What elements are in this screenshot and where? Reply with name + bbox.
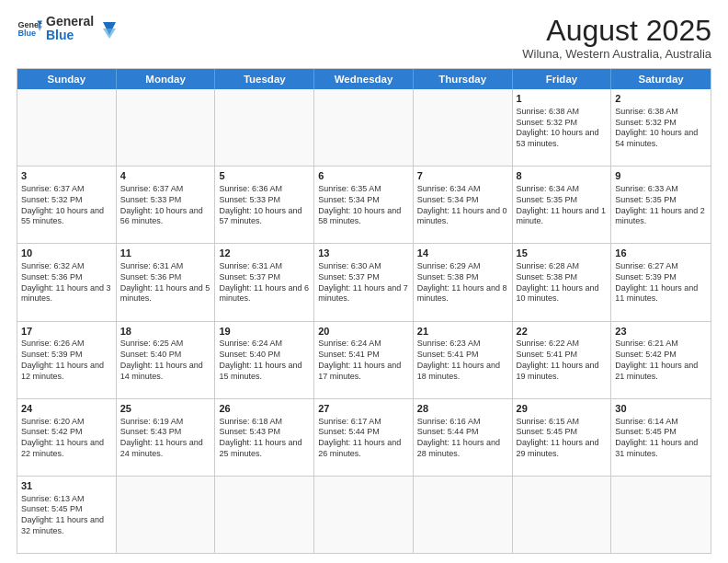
day-info: Sunrise: 6:35 AM Sunset: 5:34 PM Dayligh… [318, 184, 409, 227]
calendar-cell: 27Sunrise: 6:17 AM Sunset: 5:44 PM Dayli… [314, 399, 414, 476]
day-info: Sunrise: 6:31 AM Sunset: 5:37 PM Dayligh… [219, 261, 310, 304]
calendar-cell [611, 477, 711, 553]
day-number: 19 [219, 325, 310, 339]
day-number: 12 [219, 247, 310, 260]
day-number: 18 [120, 325, 211, 339]
logo-blue: Blue [46, 29, 94, 42]
calendar-cell: 8Sunrise: 6:34 AM Sunset: 5:35 PM Daylig… [513, 167, 612, 243]
calendar-cell [314, 89, 414, 166]
calendar-cell: 19Sunrise: 6:24 AM Sunset: 5:40 PM Dayli… [215, 322, 314, 398]
calendar-cell: 13Sunrise: 6:30 AM Sunset: 5:37 PM Dayli… [314, 244, 414, 320]
day-number: 11 [120, 247, 211, 260]
day-info: Sunrise: 6:38 AM Sunset: 5:32 PM Dayligh… [615, 107, 707, 150]
calendar-cell: 7Sunrise: 6:34 AM Sunset: 5:34 PM Daylig… [414, 167, 513, 243]
day-of-week-header: Sunday [17, 69, 117, 89]
day-number: 23 [615, 325, 707, 339]
day-info: Sunrise: 6:19 AM Sunset: 5:43 PM Dayligh… [120, 417, 211, 460]
day-number: 28 [417, 402, 508, 416]
day-number: 3 [21, 169, 112, 183]
day-number: 27 [318, 402, 409, 416]
day-info: Sunrise: 6:24 AM Sunset: 5:40 PM Dayligh… [219, 339, 310, 382]
day-number: 20 [318, 325, 409, 339]
calendar-cell: 12Sunrise: 6:31 AM Sunset: 5:37 PM Dayli… [215, 244, 314, 320]
calendar-cell: 2Sunrise: 6:38 AM Sunset: 5:32 PM Daylig… [611, 89, 711, 166]
day-number: 16 [615, 247, 707, 260]
day-info: Sunrise: 6:31 AM Sunset: 5:36 PM Dayligh… [120, 261, 211, 304]
calendar-row: 1Sunrise: 6:38 AM Sunset: 5:32 PM Daylig… [17, 89, 711, 166]
day-info: Sunrise: 6:32 AM Sunset: 5:36 PM Dayligh… [21, 261, 112, 304]
calendar-body: 1Sunrise: 6:38 AM Sunset: 5:32 PM Daylig… [17, 89, 711, 553]
day-number: 21 [417, 325, 508, 339]
day-number: 25 [120, 402, 211, 416]
calendar-cell: 17Sunrise: 6:26 AM Sunset: 5:39 PM Dayli… [17, 322, 117, 398]
day-info: Sunrise: 6:22 AM Sunset: 5:41 PM Dayligh… [517, 339, 608, 382]
day-info: Sunrise: 6:25 AM Sunset: 5:40 PM Dayligh… [120, 339, 211, 382]
page-title: August 2025 [522, 15, 711, 47]
calendar-header: SundayMondayTuesdayWednesdayThursdayFrid… [17, 69, 711, 89]
calendar-cell: 1Sunrise: 6:38 AM Sunset: 5:32 PM Daylig… [513, 89, 612, 166]
svg-marker-5 [103, 29, 116, 39]
day-of-week-header: Saturday [611, 69, 711, 89]
day-number: 5 [219, 169, 310, 183]
calendar-cell: 16Sunrise: 6:27 AM Sunset: 5:39 PM Dayli… [611, 244, 711, 320]
calendar-cell: 30Sunrise: 6:14 AM Sunset: 5:45 PM Dayli… [611, 399, 711, 476]
calendar-page: General Blue General Blue August 2025 Wi… [0, 0, 728, 563]
calendar-cell: 9Sunrise: 6:33 AM Sunset: 5:35 PM Daylig… [611, 167, 711, 243]
day-of-week-header: Thursday [414, 69, 513, 89]
day-info: Sunrise: 6:27 AM Sunset: 5:39 PM Dayligh… [615, 261, 707, 304]
day-info: Sunrise: 6:15 AM Sunset: 5:45 PM Dayligh… [517, 417, 608, 460]
day-info: Sunrise: 6:36 AM Sunset: 5:33 PM Dayligh… [219, 184, 310, 227]
logo-triangle-icon [97, 18, 118, 39]
page-subtitle: Wiluna, Western Australia, Australia [522, 47, 711, 61]
day-number: 30 [615, 402, 707, 416]
calendar-cell: 22Sunrise: 6:22 AM Sunset: 5:41 PM Dayli… [513, 322, 612, 398]
day-info: Sunrise: 6:21 AM Sunset: 5:42 PM Dayligh… [615, 339, 707, 382]
day-info: Sunrise: 6:26 AM Sunset: 5:39 PM Dayligh… [21, 339, 112, 382]
calendar-row: 3Sunrise: 6:37 AM Sunset: 5:32 PM Daylig… [17, 166, 711, 243]
calendar-cell [117, 477, 216, 553]
logo: General Blue General Blue [17, 15, 118, 43]
calendar: SundayMondayTuesdayWednesdayThursdayFrid… [17, 68, 711, 554]
svg-text:Blue: Blue [17, 29, 36, 39]
calendar-row: 24Sunrise: 6:20 AM Sunset: 5:42 PM Dayli… [17, 398, 711, 476]
day-number: 29 [517, 402, 608, 416]
calendar-cell: 23Sunrise: 6:21 AM Sunset: 5:42 PM Dayli… [611, 322, 711, 398]
calendar-cell [17, 89, 117, 166]
calendar-cell [314, 477, 414, 553]
day-number: 26 [219, 402, 310, 416]
day-of-week-header: Friday [513, 69, 612, 89]
calendar-cell: 24Sunrise: 6:20 AM Sunset: 5:42 PM Dayli… [17, 399, 117, 476]
calendar-cell: 4Sunrise: 6:37 AM Sunset: 5:33 PM Daylig… [117, 167, 216, 243]
day-info: Sunrise: 6:18 AM Sunset: 5:43 PM Dayligh… [219, 417, 310, 460]
calendar-cell: 18Sunrise: 6:25 AM Sunset: 5:40 PM Dayli… [117, 322, 216, 398]
day-info: Sunrise: 6:34 AM Sunset: 5:34 PM Dayligh… [417, 184, 508, 227]
day-number: 8 [517, 169, 608, 183]
day-number: 13 [318, 247, 409, 260]
day-info: Sunrise: 6:37 AM Sunset: 5:32 PM Dayligh… [21, 184, 112, 227]
day-number: 31 [21, 479, 112, 493]
day-number: 9 [615, 169, 707, 183]
calendar-cell: 21Sunrise: 6:23 AM Sunset: 5:41 PM Dayli… [414, 322, 513, 398]
day-info: Sunrise: 6:16 AM Sunset: 5:44 PM Dayligh… [417, 417, 508, 460]
calendar-cell: 5Sunrise: 6:36 AM Sunset: 5:33 PM Daylig… [215, 167, 314, 243]
day-info: Sunrise: 6:28 AM Sunset: 5:38 PM Dayligh… [517, 261, 608, 304]
day-number: 15 [517, 247, 608, 260]
calendar-cell: 26Sunrise: 6:18 AM Sunset: 5:43 PM Dayli… [215, 399, 314, 476]
day-info: Sunrise: 6:29 AM Sunset: 5:38 PM Dayligh… [417, 261, 508, 304]
day-info: Sunrise: 6:24 AM Sunset: 5:41 PM Dayligh… [318, 339, 409, 382]
calendar-cell: 15Sunrise: 6:28 AM Sunset: 5:38 PM Dayli… [513, 244, 612, 320]
calendar-cell [215, 89, 314, 166]
calendar-cell: 11Sunrise: 6:31 AM Sunset: 5:36 PM Dayli… [117, 244, 216, 320]
day-number: 2 [615, 92, 707, 106]
logo-icon: General Blue [17, 16, 42, 41]
calendar-row: 10Sunrise: 6:32 AM Sunset: 5:36 PM Dayli… [17, 243, 711, 320]
day-number: 1 [517, 92, 608, 106]
day-info: Sunrise: 6:17 AM Sunset: 5:44 PM Dayligh… [318, 417, 409, 460]
day-number: 7 [417, 169, 508, 183]
day-of-week-header: Wednesday [314, 69, 414, 89]
day-info: Sunrise: 6:30 AM Sunset: 5:37 PM Dayligh… [318, 261, 409, 304]
calendar-cell: 29Sunrise: 6:15 AM Sunset: 5:45 PM Dayli… [513, 399, 612, 476]
calendar-cell: 25Sunrise: 6:19 AM Sunset: 5:43 PM Dayli… [117, 399, 216, 476]
calendar-cell [414, 477, 513, 553]
day-info: Sunrise: 6:20 AM Sunset: 5:42 PM Dayligh… [21, 417, 112, 460]
